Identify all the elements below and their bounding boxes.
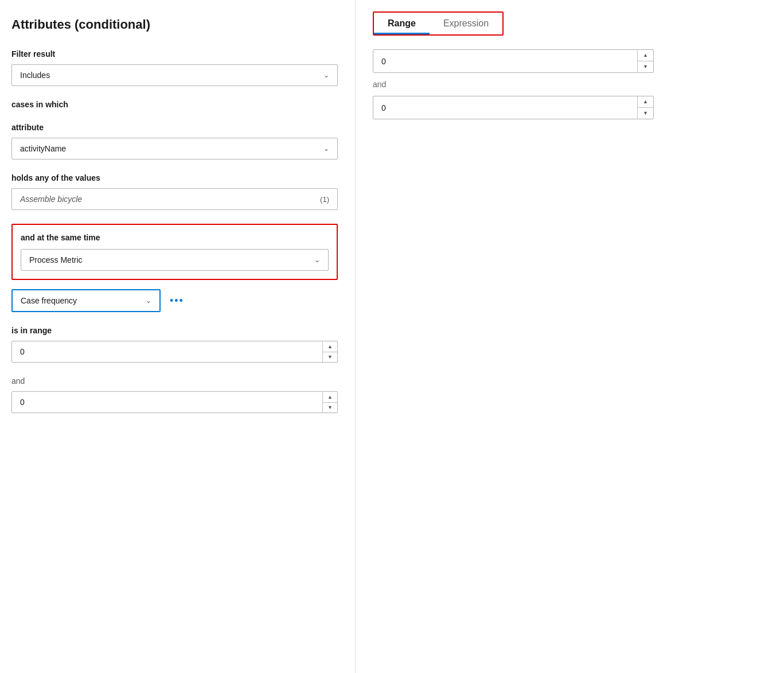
tab-range[interactable]: Range — [374, 13, 430, 34]
filter-result-label: Filter result — [11, 49, 338, 59]
range-input-1[interactable]: 0 ▲ ▼ — [11, 341, 338, 363]
and-label-right: and — [373, 80, 767, 89]
holds-values-text: Assemble bicycle — [20, 194, 82, 204]
range-value-2: 0 — [12, 392, 322, 413]
case-frequency-dropdown[interactable]: Case frequency ⌄ — [11, 289, 161, 312]
is-in-range-label: is in range — [11, 326, 338, 335]
right-spinner-down-2[interactable]: ▼ — [638, 108, 653, 119]
filter-result-dropdown[interactable]: Includes ⌄ — [11, 64, 338, 86]
left-panel: Attributes (conditional) Filter result I… — [0, 0, 356, 673]
attribute-dropdown[interactable]: activityName ⌄ — [11, 138, 338, 160]
range-input-2[interactable]: 0 ▲ ▼ — [11, 391, 338, 413]
tab-expression[interactable]: Expression — [430, 13, 502, 34]
attribute-label: attribute — [11, 123, 338, 132]
cases-in-which-group: cases in which — [11, 100, 338, 109]
right-spinner-arrows-1: ▲ ▼ — [637, 50, 653, 72]
spinner-arrows-1: ▲ ▼ — [322, 342, 337, 362]
chevron-down-icon: ⌄ — [323, 71, 329, 79]
range-value-1: 0 — [12, 341, 322, 362]
right-range-value-2: 0 — [373, 98, 637, 118]
spinner-arrows-2: ▲ ▼ — [322, 392, 337, 413]
title-group: Attributes (conditional) — [11, 17, 338, 32]
is-in-range-group: is in range 0 ▲ ▼ — [11, 326, 338, 363]
right-range-input-1[interactable]: 0 ▲ ▼ — [373, 49, 654, 73]
case-frequency-value: Case frequency — [21, 296, 77, 305]
chevron-down-icon: ⌄ — [314, 256, 320, 264]
holds-values-group: holds any of the values Assemble bicycle… — [11, 173, 338, 210]
process-metric-dropdown[interactable]: Process Metric ⌄ — [21, 249, 329, 271]
spinner-down-1[interactable]: ▼ — [323, 352, 337, 362]
right-spinner-up-1[interactable]: ▲ — [638, 50, 653, 61]
process-metric-value: Process Metric — [29, 255, 83, 264]
cases-in-which-label: cases in which — [11, 100, 338, 109]
tabs-container: Range Expression — [373, 11, 504, 36]
same-time-label: and at the same time — [21, 233, 329, 242]
spinner-up-1[interactable]: ▲ — [323, 342, 337, 352]
holds-values-display[interactable]: Assemble bicycle (1) — [11, 188, 338, 210]
right-range-value-1: 0 — [373, 51, 637, 72]
spinner-down-2[interactable]: ▼ — [323, 403, 337, 413]
right-range-input-2[interactable]: 0 ▲ ▼ — [373, 96, 654, 119]
right-spinner-up-2[interactable]: ▲ — [638, 96, 653, 108]
filter-result-group: Filter result Includes ⌄ — [11, 49, 338, 86]
right-spinner-arrows-2: ▲ ▼ — [637, 96, 653, 119]
spinner-up-2[interactable]: ▲ — [323, 392, 337, 403]
chevron-down-icon: ⌄ — [323, 145, 329, 153]
page-title: Attributes (conditional) — [11, 17, 338, 32]
right-panel: Range Expression 0 ▲ ▼ and 0 ▲ ▼ — [356, 0, 784, 673]
right-spinner-down-1[interactable]: ▼ — [638, 61, 653, 72]
case-frequency-row: Case frequency ⌄ ••• — [11, 289, 338, 312]
attribute-group: attribute activityName ⌄ — [11, 123, 338, 160]
more-options-button[interactable]: ••• — [166, 293, 188, 309]
range-group-2: 0 ▲ ▼ — [11, 391, 338, 413]
holds-values-label: holds any of the values — [11, 173, 338, 182]
and-label-left: and — [11, 376, 338, 386]
holds-values-count: (1) — [320, 195, 329, 204]
attribute-value: activityName — [20, 144, 66, 153]
chevron-down-icon: ⌄ — [146, 297, 151, 305]
same-time-section: and at the same time Process Metric ⌄ — [11, 224, 338, 280]
filter-result-value: Includes — [20, 71, 50, 80]
